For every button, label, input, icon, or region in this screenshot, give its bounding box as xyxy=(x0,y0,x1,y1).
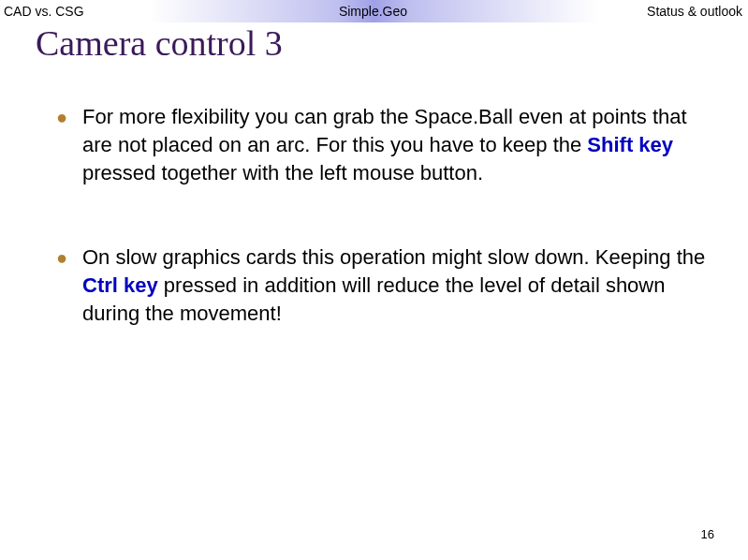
header-bar: CAD vs. CSG Simple.Geo Status & outlook xyxy=(0,0,748,22)
text-after: pressed in addition will reduce the leve… xyxy=(82,273,665,325)
text-after: pressed together with the left mouse but… xyxy=(82,161,483,184)
page-number: 16 xyxy=(701,527,714,541)
header-center: Simple.Geo xyxy=(250,4,496,19)
header-right: Status & outlook xyxy=(496,4,742,19)
slide-title: Camera control 3 xyxy=(36,22,283,64)
header-left: CAD vs. CSG xyxy=(4,4,250,19)
bullet-item: ● On slow graphics cards this operation … xyxy=(56,243,711,328)
bullet-text: On slow graphics cards this operation mi… xyxy=(82,243,711,328)
bullet-icon: ● xyxy=(56,243,82,328)
text-before: On slow graphics cards this operation mi… xyxy=(82,245,705,269)
bullet-icon: ● xyxy=(56,103,82,187)
slide-content: ● For more flexibility you can grab the … xyxy=(56,103,711,384)
highlight-key: Shift key xyxy=(587,133,673,156)
highlight-key: Ctrl key xyxy=(82,273,158,297)
bullet-item: ● For more flexibility you can grab the … xyxy=(56,103,711,187)
bullet-text: For more flexibility you can grab the Sp… xyxy=(82,103,711,187)
